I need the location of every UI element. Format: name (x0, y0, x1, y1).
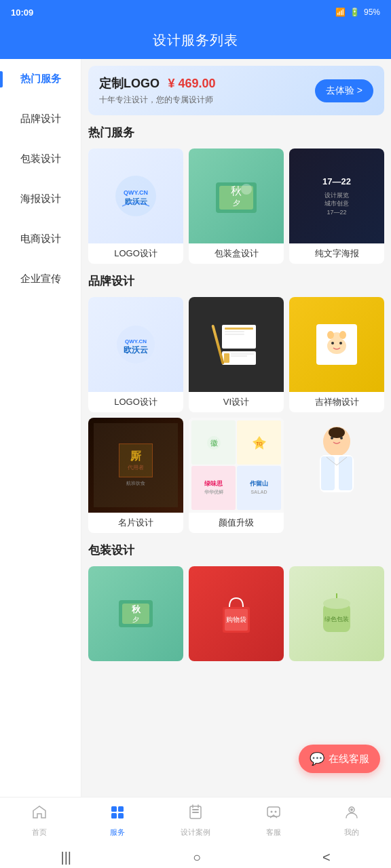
status-bar: 10:09 📶 🔋 95% (0, 0, 391, 24)
sidebar-item-package[interactable]: 包装设计 (0, 139, 81, 179)
brand-namecard-item[interactable]: 厮 代用者 航班饮食 名片设计 (88, 418, 183, 533)
hot-services-grid: QWY.CN 欧沃云 LOGO设计 秋 夕 (88, 149, 384, 264)
svg-point-28 (340, 437, 343, 439)
mine-icon (343, 804, 360, 825)
hot-item-logo[interactable]: QWY.CN 欧沃云 LOGO设计 (88, 149, 183, 264)
sidebar-item-hot[interactable]: 热门服务 (0, 59, 81, 99)
hot-package-label: 包装盒设计 (189, 243, 284, 264)
service-icon (109, 804, 126, 825)
package-design-thumb: 秋 夕 (209, 169, 263, 223)
pkg-item-1[interactable]: 秋 夕 (88, 566, 183, 661)
brand-row1-grid: QWY.CN 欧沃云 LOGO设计 (88, 297, 384, 412)
nav-service-label: 服务 (110, 827, 125, 837)
svg-point-16 (339, 331, 346, 339)
svg-point-7 (241, 184, 252, 195)
float-customer-service[interactable]: 💬 在线客服 (299, 745, 380, 773)
cases-icon (187, 804, 204, 825)
nav-mine-label: 我的 (344, 827, 359, 837)
signal-icon: 📶 (335, 7, 346, 17)
brand-mascot-label: 吉祥物设计 (289, 392, 384, 412)
svg-text:TO: TO (256, 441, 263, 446)
nav-cases-label: 设计案例 (181, 827, 210, 837)
upgrade-thumb: 徽 TO 绿味思华华优鲜 (189, 418, 284, 513)
nav-customer-label: 客服 (266, 827, 281, 837)
svg-text:欧沃云: 欧沃云 (124, 345, 148, 355)
svg-text:夕: 夕 (233, 199, 240, 207)
battery-icon: 🔋 (350, 7, 360, 17)
package-design-title: 包装设计 (88, 542, 384, 558)
svg-point-37 (323, 598, 350, 609)
sidebar: 热门服务 品牌设计 包装设计 海报设计 电商设计 企业宣传 (0, 59, 81, 797)
home-indicator: ||| ○ < (0, 844, 391, 868)
banner-subtitle: 十年专注设计，您的专属设计师 (99, 94, 216, 106)
namecard-thumb: 厮 代用者 航班饮食 (88, 418, 183, 513)
nav-customer[interactable]: 客服 (235, 804, 313, 837)
hot-services-section: 热门服务 QWY.CN 欧沃云 LOGO设计 (81, 115, 391, 264)
brand-vi-item[interactable]: VI设计 (189, 297, 284, 412)
nav-home-label: 首页 (32, 827, 47, 837)
sidebar-item-poster[interactable]: 海报设计 (0, 179, 81, 219)
indicator-middle: ○ (193, 850, 201, 865)
vi-thumb (189, 297, 284, 392)
svg-point-15 (327, 331, 334, 339)
poster-text: 17—22 设计展览城市创意17—22 (317, 170, 356, 222)
main-layout: 热门服务 品牌设计 包装设计 海报设计 电商设计 企业宣传 定制LOGO ¥ 4… (0, 59, 391, 797)
sidebar-item-brand[interactable]: 品牌设计 (0, 99, 81, 139)
svg-rect-23 (321, 456, 335, 490)
content-area: 定制LOGO ¥ 469.00 十年专注设计，您的专属设计师 去体验 > 热门服… (81, 59, 391, 797)
svg-text:秋: 秋 (231, 185, 242, 197)
hot-logo-label: LOGO设计 (88, 243, 183, 264)
svg-point-27 (331, 437, 333, 439)
nav-mine[interactable]: 我的 (313, 804, 391, 837)
nav-cases[interactable]: 设计案例 (156, 804, 234, 837)
logo-design-thumb: QWY.CN 欧沃云 (109, 169, 163, 223)
nav-service[interactable]: 服务 (78, 804, 156, 837)
svg-point-13 (339, 342, 342, 344)
package-grid: 秋 夕 (88, 566, 384, 661)
pkg-item-3[interactable]: 绿色包装 (289, 566, 384, 661)
indicator-left: ||| (60, 850, 71, 865)
status-icons: 📶 🔋 95% (335, 7, 380, 17)
page-header: 设计服务列表 (0, 24, 391, 59)
brand-mascot-item[interactable]: 吉祥物设计 (289, 297, 384, 412)
consultant-avatar (306, 418, 367, 499)
brand-consultant-item (289, 418, 384, 533)
brand-logo-label: LOGO设计 (88, 392, 183, 412)
svg-text:QWY.CN: QWY.CN (125, 338, 147, 344)
brand-design-title: 品牌设计 (88, 273, 384, 289)
brand-vi-label: VI设计 (189, 392, 284, 412)
banner-title: 定制LOGO (99, 77, 160, 90)
banner-cta-button[interactable]: 去体验 > (315, 79, 373, 102)
hot-services-title: 热门服务 (88, 125, 384, 140)
svg-point-0 (115, 176, 156, 216)
promo-banner[interactable]: 定制LOGO ¥ 469.00 十年专注设计，您的专属设计师 去体验 > (88, 66, 384, 115)
svg-text:购物袋: 购物袋 (226, 616, 246, 623)
package-design-section: 包装设计 秋 夕 (81, 533, 391, 661)
home-icon (31, 804, 48, 825)
svg-rect-46 (192, 812, 199, 813)
banner-price: ¥ 469.00 (168, 77, 215, 90)
svg-rect-43 (118, 813, 124, 818)
brand-logo-item[interactable]: QWY.CN 欧沃云 LOGO设计 (88, 297, 183, 412)
sidebar-item-enterprise[interactable]: 企业宣传 (0, 259, 81, 299)
svg-rect-40 (111, 806, 117, 812)
brand-logo-thumb: QWY.CN 欧沃云 (109, 317, 163, 372)
float-service-label: 在线客服 (329, 753, 369, 766)
svg-text:夕: 夕 (132, 616, 139, 623)
hot-item-poster[interactable]: 17—22 设计展览城市创意17—22 纯文字海报 (289, 149, 384, 264)
hot-poster-label: 纯文字海报 (289, 243, 384, 264)
status-time: 10:09 (11, 7, 33, 18)
sidebar-item-ecommerce[interactable]: 电商设计 (0, 219, 81, 259)
svg-rect-45 (192, 809, 199, 810)
svg-point-48 (271, 811, 273, 813)
svg-text:QWY.CN: QWY.CN (124, 189, 148, 196)
brand-design-section: 品牌设计 QWY.CN 欧沃云 LOGO设计 (81, 264, 391, 533)
svg-text:绿色包装: 绿色包装 (324, 616, 349, 623)
hot-item-package[interactable]: 秋 夕 包装盒设计 (189, 149, 284, 264)
indicator-right: < (322, 850, 331, 865)
svg-rect-41 (118, 806, 124, 812)
nav-home[interactable]: 首页 (0, 804, 78, 837)
brand-upgrade-item[interactable]: 徽 TO 绿味思华华优鲜 (189, 418, 284, 533)
svg-point-26 (329, 427, 345, 438)
pkg-item-2[interactable]: 购物袋 (189, 566, 284, 661)
